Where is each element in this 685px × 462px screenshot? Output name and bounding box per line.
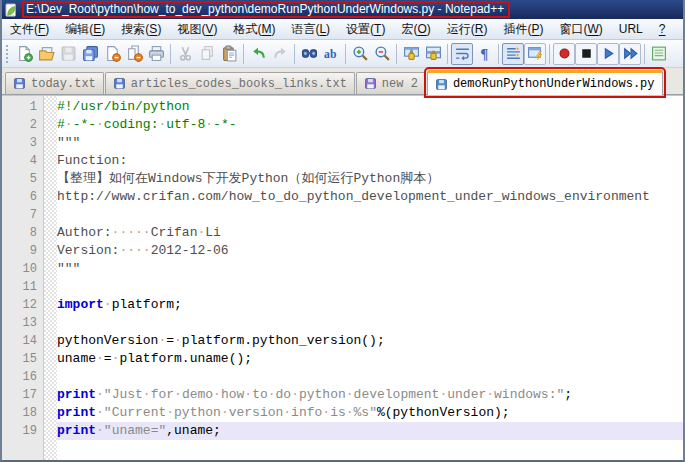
code-line-19[interactable]: print·"uname=",uname; <box>57 422 683 440</box>
line-number: 15 <box>2 350 37 368</box>
code-line-11[interactable] <box>57 278 683 296</box>
toolbar-separator <box>498 44 499 64</box>
code-line-15[interactable]: uname·=·platform.uname(); <box>57 350 683 368</box>
paste-icon[interactable] <box>218 43 240 65</box>
tab-label: articles_codes_books_links.txt <box>131 77 347 91</box>
toolbar-grip[interactable] <box>5 44 10 64</box>
menu-item[interactable]: 插件(P) <box>495 19 551 40</box>
line-number: 19 <box>2 422 37 440</box>
menu-item[interactable]: 搜索(S) <box>113 19 169 40</box>
cut-icon[interactable] <box>174 43 196 65</box>
tab-bar: today.txtarticles_codes_books_links.txtn… <box>2 68 683 95</box>
title-highlight-box: E:\Dev_Root\python\how_to_dev_python\dem… <box>22 1 510 18</box>
code-line-10[interactable]: """ <box>57 260 683 278</box>
code-line-16[interactable] <box>57 368 683 386</box>
code-line-2[interactable]: #·-*-·coding:·utf-8·-*- <box>57 116 683 134</box>
menu-item[interactable]: 运行(R) <box>439 19 496 40</box>
menu-item[interactable]: 文件(F) <box>2 19 57 40</box>
code-line-13[interactable] <box>57 314 683 332</box>
sync-vertical-scroll-icon[interactable] <box>400 43 422 65</box>
code-line-4[interactable]: Function: <box>57 152 683 170</box>
line-number: 6 <box>2 188 37 206</box>
find-icon[interactable] <box>298 43 320 65</box>
menu-item[interactable]: URL <box>611 20 651 38</box>
code-line-17[interactable]: print·"Just·for·demo·how·to·do·python·de… <box>57 386 683 404</box>
line-number: 9 <box>2 242 37 260</box>
sync-horizontal-scroll-icon[interactable] <box>422 43 444 65</box>
code-line-14[interactable]: pythonVersion·=·platform.python_version(… <box>57 332 683 350</box>
code-line-7[interactable] <box>57 206 683 224</box>
find-replace-icon[interactable]: ab <box>320 43 342 65</box>
menu-item[interactable]: 设置(T) <box>338 19 393 40</box>
tab-today-txt[interactable]: today.txt <box>5 72 104 94</box>
macro-record-icon[interactable] <box>553 43 575 65</box>
toolbar-separator <box>549 44 550 64</box>
line-number: 13 <box>2 314 37 332</box>
line-number: 7 <box>2 206 37 224</box>
close-all-icon[interactable] <box>123 43 145 65</box>
user-defined-dialog-icon[interactable] <box>524 43 546 65</box>
code-line-6[interactable]: http://www.crifan.com/how_to_do_python_d… <box>57 188 683 206</box>
menu-item[interactable]: 宏(O) <box>393 19 438 40</box>
doc-switcher-icon[interactable] <box>648 43 670 65</box>
menu-item[interactable]: 编辑(E) <box>57 19 113 40</box>
notepadpp-window: E:\Dev_Root\python\how_to_dev_python\dem… <box>0 0 685 462</box>
redo-icon[interactable] <box>269 43 291 65</box>
code-view[interactable]: #!/usr/bin/python#·-*-·coding:·utf-8·-*-… <box>57 96 683 460</box>
toolbar-separator <box>396 44 397 64</box>
line-number: 17 <box>2 386 37 404</box>
word-wrap-icon[interactable] <box>451 43 473 65</box>
toolbar-separator <box>447 44 448 64</box>
line-number: 4 <box>2 152 37 170</box>
code-line-3[interactable]: """ <box>57 134 683 152</box>
save-file-icon[interactable] <box>57 43 79 65</box>
line-number-gutter: 12345678910111213141516171819 <box>2 96 44 460</box>
new-file-icon[interactable] <box>13 43 35 65</box>
toolbar-buttons: ab¶ <box>13 43 670 65</box>
open-file-icon[interactable] <box>35 43 57 65</box>
undo-icon[interactable] <box>247 43 269 65</box>
save-all-icon[interactable] <box>79 43 101 65</box>
menu-item[interactable]: 语言(L) <box>283 19 338 40</box>
code-line-1[interactable]: #!/usr/bin/python <box>57 98 683 116</box>
close-file-icon[interactable] <box>101 43 123 65</box>
code-line-5[interactable]: 【整理】如何在Windows下开发Python（如何运行Python脚本） <box>57 170 683 188</box>
menu-item[interactable]: 格式(M) <box>225 19 283 40</box>
tab-label: today.txt <box>31 77 96 91</box>
macro-run-multiple-icon[interactable] <box>619 43 641 65</box>
menu-bar: 文件(F)编辑(E)搜索(S)视图(V)格式(M)语言(L)设置(T)宏(O)运… <box>2 19 683 40</box>
zoom-in-icon[interactable] <box>349 43 371 65</box>
menu-item[interactable]: 视图(V) <box>169 19 225 40</box>
title-bar[interactable]: E:\Dev_Root\python\how_to_dev_python\dem… <box>2 0 683 19</box>
line-number: 5 <box>2 170 37 188</box>
svg-text:¶: ¶ <box>480 46 488 62</box>
code-line-18[interactable]: print·"Current·python·version·info·is·%s… <box>57 404 683 422</box>
macro-playback-icon[interactable] <box>597 43 619 65</box>
code-line-9[interactable]: Version:····2012-12-06 <box>57 242 683 260</box>
toolbar-separator <box>170 44 171 64</box>
line-number: 2 <box>2 116 37 134</box>
line-number: 3 <box>2 134 37 152</box>
menu-item[interactable]: ? <box>651 20 674 38</box>
code-line-12[interactable]: import·platform; <box>57 296 683 314</box>
show-paragraph-marks-icon[interactable]: ¶ <box>473 43 495 65</box>
svg-text:ab: ab <box>324 48 337 61</box>
line-number: 8 <box>2 224 37 242</box>
line-number: 12 <box>2 296 37 314</box>
menu-item[interactable]: 窗口(W) <box>551 19 610 40</box>
toolbar-separator <box>644 44 645 64</box>
copy-icon[interactable] <box>196 43 218 65</box>
fold-margin[interactable] <box>44 96 57 460</box>
code-line-8[interactable]: Author:·····Crifan·Li <box>57 224 683 242</box>
macro-stop-icon[interactable] <box>575 43 597 65</box>
tab-label: demoRunPythonUnderWindows.py <box>453 77 655 91</box>
print-icon[interactable] <box>145 43 167 65</box>
show-all-characters-icon[interactable] <box>502 43 524 65</box>
window-title: E:\Dev_Root\python\how_to_dev_python\dem… <box>26 2 504 16</box>
tab-articles-codes-books-links-txt[interactable]: articles_codes_books_links.txt <box>105 72 355 94</box>
line-number: 11 <box>2 278 37 296</box>
tab-new-2[interactable]: new 2 <box>356 72 426 94</box>
tab-demorunpythonunderwindows-py[interactable]: demoRunPythonUnderWindows.py <box>427 70 663 95</box>
zoom-out-icon[interactable] <box>371 43 393 65</box>
line-number: 1 <box>2 98 37 116</box>
